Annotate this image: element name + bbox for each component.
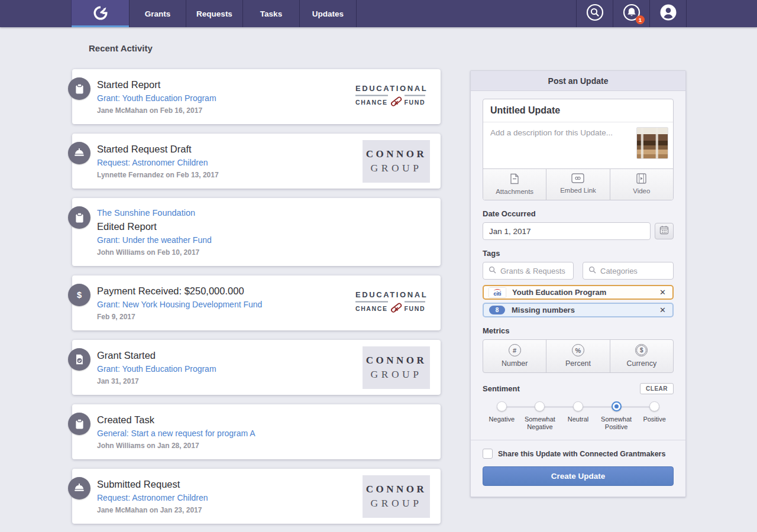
activity-link[interactable]: General: Start a new request for program… — [97, 427, 255, 440]
create-update-button[interactable]: Create Update — [483, 466, 674, 486]
metric-label: Currency — [626, 359, 656, 368]
date-occurred-input[interactable] — [483, 222, 651, 240]
sentiment-option-neutral[interactable]: Neutral — [559, 401, 597, 431]
metric-label: Percent — [565, 359, 591, 368]
update-description-input[interactable]: Add a description for this Update... — [483, 122, 673, 168]
logo-text: CHANCE — [355, 95, 388, 105]
notifications-button[interactable]: 1 — [613, 0, 649, 27]
categories-search[interactable] — [583, 262, 674, 280]
activity-card-body: Submitted RequestRequest: Astronomer Chi… — [97, 477, 346, 516]
tab-grants[interactable]: Grants — [129, 0, 186, 27]
diploma-icon — [388, 95, 405, 110]
sentiment-radio[interactable] — [649, 401, 659, 411]
logo-text: CHANCE — [355, 301, 388, 312]
count-badge: 8 — [489, 306, 505, 314]
activity-title: Submitted Request — [97, 477, 346, 491]
metric-currency-button[interactable]: $Currency — [610, 340, 673, 372]
tab-updates[interactable]: Updates — [299, 0, 356, 27]
activity-card-body: Started ReportGrant: Youth Education Pro… — [97, 77, 346, 116]
embed-link-button[interactable]: Embed Link — [546, 169, 609, 200]
metrics-label: Metrics — [483, 326, 674, 335]
activity-title: Started Report — [97, 77, 346, 92]
composer-button-label: Attachments — [496, 188, 533, 195]
nav-right-pad — [686, 0, 757, 27]
search-button[interactable] — [576, 0, 613, 27]
activity-link[interactable]: Grant: New York Housing Development Fund — [97, 298, 262, 311]
activity-org-link[interactable]: The Sunshine Foundation — [97, 206, 195, 219]
connor-group-logo: CONNORGROUP — [363, 475, 430, 518]
profile-button[interactable] — [649, 0, 686, 27]
tag-chip-label: Missing numbers — [512, 306, 652, 314]
update-title-input[interactable]: Untitled Update — [483, 99, 673, 122]
sentiment-clear-button[interactable]: CLEAR — [640, 383, 674, 394]
sentiment-option-label: Negative — [489, 416, 515, 423]
clipboard-icon — [68, 77, 90, 100]
activity-card: Submitted RequestRequest: Astronomer Chi… — [72, 469, 441, 524]
composer-button-label: Embed Link — [560, 187, 596, 194]
activity-link[interactable]: Grant: Under the weather Fund — [97, 233, 212, 246]
sentiment-option-somewhat-positive[interactable]: Somewhat Positive — [597, 401, 636, 431]
tab-tasks[interactable]: Tasks — [242, 0, 299, 27]
activity-link[interactable]: Grant: Youth Education Program — [97, 362, 216, 375]
activity-link[interactable]: Grant: Youth Education Program — [97, 92, 216, 105]
logo-text: CONNOR — [366, 148, 427, 160]
activity-card-body: Grant StartedGrant: Youth Education Prog… — [97, 348, 346, 387]
activity-meta: Lynnette Fernandez on Feb 13, 2017 — [97, 170, 346, 181]
sentiment-option-positive[interactable]: Positive — [635, 401, 674, 431]
sentiment-label: Sentiment — [483, 384, 520, 393]
logo-text: EDUCATIONAL — [355, 290, 429, 299]
grants-requests-search-input[interactable] — [500, 267, 568, 275]
metric-percent-button[interactable]: %Percent — [546, 340, 609, 372]
activity-card-body: The Sunshine FoundationEdited ReportGran… — [97, 206, 346, 258]
activity-title: Started Request Draft — [97, 142, 346, 156]
logo-text: GROUP — [371, 368, 422, 381]
remove-tag-button[interactable]: ✕ — [658, 287, 667, 297]
number-icon: # — [509, 344, 521, 356]
sentiment-option-negative[interactable]: Negative — [483, 401, 521, 431]
grantee-logo: citi — [489, 288, 506, 297]
date-occurred-label: Date Occurred — [483, 209, 674, 218]
share-label: Share this Update with Connected Grantma… — [498, 450, 665, 458]
tab-requests[interactable]: Requests — [186, 0, 242, 27]
activity-card-body: Started Request DraftRequest: Astronomer… — [97, 142, 346, 181]
sentiment-option-somewhat-negative[interactable]: Somewhat Negative — [521, 401, 559, 431]
activity-card-body: Created TaskGeneral: Start a new request… — [97, 413, 346, 452]
logo-text: GROUP — [371, 497, 422, 510]
logo-text: CONNOR — [366, 355, 427, 366]
activity-card: Started ReportGrant: Youth Education Pro… — [72, 69, 441, 124]
sentiment-radio[interactable] — [535, 401, 545, 411]
metrics-group: #Number%Percent$Currency — [483, 339, 674, 373]
share-checkbox[interactable] — [483, 449, 493, 459]
logo-text-row: CHANCEFUND — [355, 95, 429, 110]
logo-text: FUND — [405, 95, 426, 105]
activity-card: Grant StartedGrant: Youth Education Prog… — [72, 340, 441, 395]
sentiment-radio[interactable] — [497, 401, 507, 411]
tag-chip-label: Youth Education Program — [512, 288, 652, 297]
categories-search-input[interactable] — [600, 267, 668, 275]
calendar-button[interactable] — [655, 223, 674, 239]
activity-link[interactable]: Request: Astronomer Children — [97, 156, 208, 169]
activity-meta: Feb 9, 2017 — [97, 312, 346, 323]
page-content: Recent Activity Started ReportGrant: You… — [0, 27, 757, 532]
sentiment-radio[interactable] — [612, 401, 622, 411]
video-button[interactable]: Video — [610, 169, 673, 200]
attachments-button[interactable]: Attachments — [483, 169, 546, 200]
update-photo-thumbnail[interactable] — [636, 127, 668, 159]
logo-text: CONNOR — [366, 484, 427, 495]
nav-left-pad — [0, 0, 71, 27]
educational-chance-fund-logo: EDUCATIONALCHANCEFUND — [355, 290, 429, 316]
sentiment-radio[interactable] — [573, 401, 583, 411]
logo-text: EDUCATIONAL — [355, 83, 429, 92]
remove-tag-button[interactable]: ✕ — [658, 305, 667, 315]
bell-icon — [68, 142, 90, 164]
metric-number-button[interactable]: #Number — [483, 340, 546, 372]
activity-link[interactable]: Request: Astronomer Children — [97, 491, 208, 504]
date-row — [483, 222, 674, 240]
activity-title: Edited Report — [97, 219, 346, 233]
home-tab[interactable] — [71, 0, 129, 27]
tags-label: Tags — [483, 249, 674, 258]
grants-requests-search[interactable] — [483, 262, 574, 280]
panel-body: Untitled Update Add a description for th… — [471, 91, 685, 497]
update-composer: Untitled Update Add a description for th… — [483, 99, 674, 200]
sentiment-option-label: Somewhat Positive — [597, 416, 636, 431]
